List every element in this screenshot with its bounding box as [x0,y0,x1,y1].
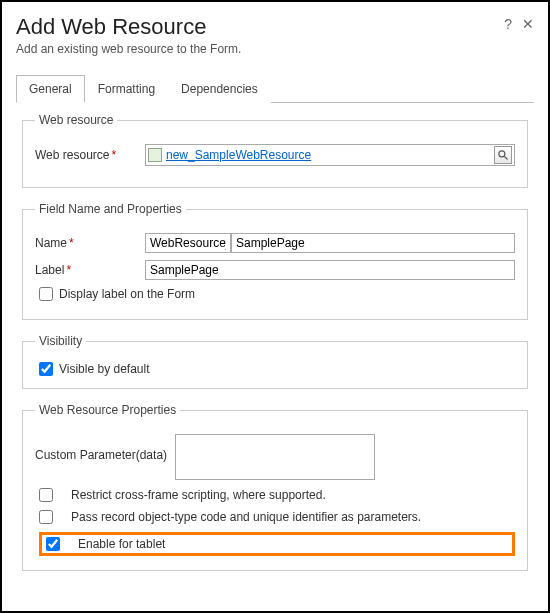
wrprops-group: Web Resource Properties Custom Parameter… [22,403,528,571]
visibility-group: Visibility Visible by default [22,334,528,389]
name-label: Name* [35,236,145,250]
display-label-checkbox[interactable] [39,287,53,301]
name-value-input[interactable] [231,233,515,253]
required-marker: * [69,236,74,250]
add-webresource-dialog: Add Web Resource Add an existing web res… [2,2,548,599]
enable-tablet-checkbox[interactable] [46,537,60,551]
enable-tablet-row: Enable for tablet [39,532,515,556]
tab-bar: General Formatting Dependencies [16,74,534,103]
svg-line-1 [505,157,508,160]
webresource-value[interactable]: new_SampleWebResource [166,148,494,162]
wrprops-legend: Web Resource Properties [35,403,180,417]
visible-default-checkbox[interactable] [39,362,53,376]
visibility-legend: Visibility [35,334,86,348]
required-marker: * [111,148,116,162]
lookup-button[interactable] [494,146,512,164]
label-label: Label* [35,263,145,277]
custom-param-label: Custom Parameter(data) [35,434,175,462]
svg-point-0 [499,151,505,157]
webresource-type-icon [148,148,162,162]
webresource-label-text: Web resource [35,148,109,162]
tab-dependencies[interactable]: Dependencies [168,75,271,103]
display-label-text: Display label on the Form [59,287,195,301]
webresource-legend: Web resource [35,113,117,127]
dialog-title: Add Web Resource [16,14,241,40]
label-label-text: Label [35,263,64,277]
webresource-group: Web resource Web resource* new_SampleWeb… [22,113,528,188]
header-text: Add Web Resource Add an existing web res… [16,10,241,74]
fieldname-group: Field Name and Properties Name* Label* D… [22,202,528,320]
tab-formatting[interactable]: Formatting [85,75,168,103]
custom-param-textarea[interactable] [175,434,375,480]
webresource-label: Web resource* [35,148,145,162]
restrict-xframe-checkbox[interactable] [39,488,53,502]
name-label-text: Name [35,236,67,250]
tab-general[interactable]: General [16,75,85,103]
search-icon [497,149,509,161]
enable-tablet-text: Enable for tablet [78,537,165,551]
restrict-xframe-text: Restrict cross-frame scripting, where su… [71,488,326,502]
required-marker: * [66,263,71,277]
pass-params-text: Pass record object-type code and unique … [71,510,421,524]
webresource-lookup[interactable]: new_SampleWebResource [145,144,515,166]
label-input[interactable] [145,260,515,280]
visible-default-text: Visible by default [59,362,150,376]
help-icon[interactable]: ? [504,16,512,32]
fieldname-legend: Field Name and Properties [35,202,186,216]
dialog-header: Add Web Resource Add an existing web res… [16,10,534,74]
name-prefix-input [145,233,231,253]
close-icon[interactable]: ✕ [522,16,534,32]
pass-params-checkbox[interactable] [39,510,53,524]
dialog-subtitle: Add an existing web resource to the Form… [16,42,241,56]
